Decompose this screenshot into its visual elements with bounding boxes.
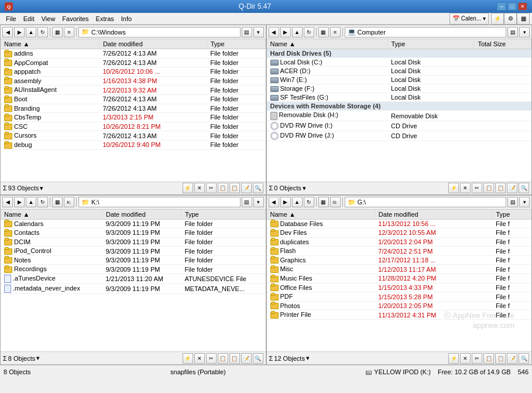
up-btn[interactable]: ▲ <box>26 27 36 37</box>
table-row[interactable]: CSC 10/26/2012 8:21 PM File folder <box>1 122 265 131</box>
p2-view-btn[interactable]: ▦ <box>318 27 329 37</box>
pane2-view-toggle[interactable]: ▤ <box>507 27 518 37</box>
table-row[interactable]: DCIM 9/3/2009 11:19 PM File folder <box>1 237 265 247</box>
pane3-file-list[interactable]: Name ▲ Date modified Type Calendars 9/3/… <box>1 210 266 352</box>
p2s-btn7[interactable]: 🔍 <box>519 183 529 193</box>
col-type[interactable]: Type <box>207 39 265 49</box>
table-row[interactable]: .metadata_never_index 9/3/2009 11:19 PM … <box>1 284 265 294</box>
table-row[interactable]: addins 7/26/2012 4:13 AM File folder <box>1 49 265 59</box>
back-btn[interactable]: ◀ <box>2 27 13 37</box>
forward-btn[interactable]: ▶ <box>14 27 25 37</box>
p1s-btn4[interactable]: 📋 <box>218 183 228 193</box>
toolbar-btn-1[interactable]: ⚡ <box>491 13 504 25</box>
p3-col-name[interactable]: Name ▲ <box>1 210 102 220</box>
p4s-btn5[interactable]: 📋 <box>495 353 506 364</box>
p2-back-btn[interactable]: ◀ <box>269 27 279 37</box>
pane4-address[interactable]: 📁 G:\ <box>345 197 507 207</box>
table-row[interactable]: AUInstallAgent 1/22/2013 9:32 AM File fo… <box>1 86 265 95</box>
pane3-view-toggle[interactable]: ▤ <box>242 197 252 207</box>
p4-forward-btn[interactable]: ▶ <box>280 197 291 207</box>
p3-view-btn[interactable]: ▦ <box>52 197 63 207</box>
refresh-btn[interactable]: ↻ <box>37 27 48 37</box>
pane3-settings[interactable]: ▾ <box>253 197 264 207</box>
p4-col-date[interactable]: Date modified <box>375 210 492 220</box>
p1s-btn5[interactable]: 📋 <box>229 183 240 193</box>
p4s-btn6[interactable]: 📝 <box>507 353 517 364</box>
p3s-btn7[interactable]: 🔍 <box>253 353 263 364</box>
table-row[interactable]: Database Files 11/13/2012 10:56 ... File… <box>267 219 531 228</box>
p4-col-name[interactable]: Name ▲ <box>267 210 375 220</box>
pane1-file-list[interactable]: Name ▲ Date modified Type addins 7/26/20… <box>1 39 266 182</box>
table-row[interactable]: assembly 1/16/2013 4:38 PM File folder <box>1 76 265 86</box>
pane4-view-toggle[interactable]: ▤ <box>507 197 518 207</box>
menu-file[interactable]: File <box>2 15 20 23</box>
table-row[interactable]: iPod_Control 9/3/2009 11:19 PM File fold… <box>1 247 265 256</box>
pane3-address[interactable]: 📁 K:\ <box>78 197 241 207</box>
p4-up-btn[interactable]: ▲ <box>292 197 303 207</box>
p4s-btn1[interactable]: ⚡ <box>448 353 459 364</box>
p2-col-name[interactable]: Name ▲ <box>267 39 387 49</box>
p2-refresh-btn[interactable]: ↻ <box>304 27 314 37</box>
table-row[interactable]: CbsTemp 1/3/2013 2:15 PM File folder <box>1 113 265 122</box>
p2s-btn2[interactable]: ✕ <box>460 183 471 193</box>
table-row[interactable]: Misc 1/12/2013 11:17 AM File f <box>267 265 531 274</box>
table-row[interactable]: debug 10/26/2012 9:40 PM File folder <box>1 140 265 149</box>
p3s-btn1[interactable]: ⚡ <box>183 353 193 364</box>
p1s-btn1[interactable]: ⚡ <box>183 183 193 193</box>
table-row[interactable]: PDF 1/15/2013 5:28 PM File f <box>267 292 531 302</box>
pane1-address[interactable]: 📁 C:\Windows <box>78 27 241 37</box>
p3-drive-btn[interactable]: K: <box>64 197 74 207</box>
sort-btn[interactable]: ≡ <box>64 27 74 37</box>
pane4-settings[interactable]: ▾ <box>519 197 530 207</box>
table-row[interactable]: ACER (D:) Local Disk <box>267 67 531 76</box>
col-name[interactable]: Name ▲ <box>1 39 99 49</box>
p3s-btn6[interactable]: 📝 <box>241 353 252 364</box>
pane2-file-list[interactable]: Name ▲ Type Total Size Hard Disk Drives … <box>267 39 532 182</box>
minimize-button[interactable]: ─ <box>497 2 506 11</box>
pane4-file-list[interactable]: Name ▲ Date modified Type Database Files… <box>267 210 532 352</box>
p3-col-date[interactable]: Date modified <box>102 210 181 220</box>
p2-col-size[interactable]: Total Size <box>474 39 531 49</box>
table-row[interactable]: Calendars 9/3/2009 11:19 PM File folder <box>1 219 265 228</box>
p2-up-btn[interactable]: ▲ <box>292 27 303 37</box>
p3-back-btn[interactable]: ◀ <box>2 197 13 207</box>
menu-favorites[interactable]: Favorites <box>59 15 92 23</box>
p3s-btn2[interactable]: ✕ <box>194 353 205 364</box>
view-btn[interactable]: ▦ <box>52 27 63 37</box>
table-row[interactable]: Removable Disk (H:) Removable Disk <box>267 111 531 121</box>
table-row[interactable]: Cursors 7/26/2012 4:13 AM File folder <box>1 131 265 141</box>
table-row[interactable]: Printer File 11/13/2012 4:31 PM File f <box>267 310 531 320</box>
p4-col-type[interactable]: Type <box>492 210 531 220</box>
table-row[interactable]: SF TestFiles (G:) Local Disk <box>267 93 531 102</box>
p1s-btn3[interactable]: ✂ <box>206 183 217 193</box>
p4-refresh-btn[interactable]: ↻ <box>304 197 314 207</box>
table-row[interactable]: Dev Files 12/3/2012 10:55 AM File f <box>267 228 531 238</box>
table-row[interactable]: Photos 1/20/2013 2:05 PM File f <box>267 301 531 310</box>
p4s-btn4[interactable]: 📋 <box>483 353 494 364</box>
table-row[interactable]: duplicates 1/20/2013 2:04 PM File f <box>267 237 531 247</box>
p3-forward-btn[interactable]: ▶ <box>14 197 25 207</box>
p4-drive-btn[interactable]: G: <box>330 197 341 207</box>
table-row[interactable]: Graphics 12/17/2012 11:18 ... File f <box>267 255 531 265</box>
p3s-btn4[interactable]: 📋 <box>218 353 228 364</box>
col-date[interactable]: Date modified <box>99 39 207 49</box>
pane1-settings[interactable]: ▾ <box>253 27 264 37</box>
close-button[interactable]: ✕ <box>518 2 527 11</box>
menu-view[interactable]: View <box>38 15 59 23</box>
toolbar-btn-grid[interactable]: ▦ <box>517 13 530 25</box>
p1s-btn7[interactable]: 🔍 <box>253 183 263 193</box>
p4s-btn3[interactable]: ✂ <box>472 353 482 364</box>
p3-refresh-btn[interactable]: ↻ <box>37 197 48 207</box>
pane2-address[interactable]: 💻 Computer <box>345 27 507 37</box>
p2s-btn1[interactable]: ⚡ <box>448 183 459 193</box>
p2-col-type[interactable]: Type <box>387 39 474 49</box>
p2s-btn3[interactable]: ✂ <box>472 183 482 193</box>
p2s-btn5[interactable]: 📋 <box>495 183 506 193</box>
table-row[interactable]: Contacts 9/3/2009 11:19 PM File folder <box>1 228 265 238</box>
table-row[interactable]: Win7 (E:) Local Disk <box>267 76 531 84</box>
calendar-dropdown[interactable]: 📅 Calen... ▾ <box>449 13 489 25</box>
p2s-btn4[interactable]: 📋 <box>483 183 494 193</box>
p4s-btn7[interactable]: 🔍 <box>519 353 529 364</box>
p1s-btn2[interactable]: ✕ <box>194 183 205 193</box>
p4-back-btn[interactable]: ◀ <box>269 197 279 207</box>
